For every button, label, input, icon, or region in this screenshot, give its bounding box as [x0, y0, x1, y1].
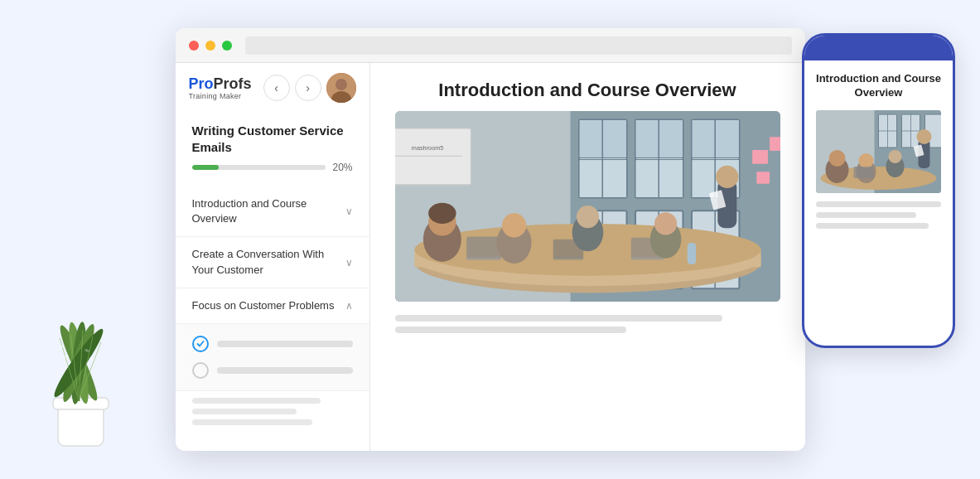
course-title: Writing Customer Service Emails [176, 109, 369, 162]
svg-point-83 [829, 150, 846, 167]
placeholder-line [192, 419, 313, 425]
progress-bar [192, 165, 326, 170]
close-dot[interactable] [189, 41, 199, 51]
svg-text:mashroom5: mashroom5 [411, 144, 443, 152]
svg-rect-54 [466, 257, 501, 260]
placeholder-line [192, 409, 297, 414]
svg-point-89 [917, 129, 932, 144]
logo: ProProfs Training Maker [189, 75, 252, 100]
course-image: mashroom5 [395, 111, 780, 302]
svg-rect-53 [466, 237, 501, 259]
user-avatar[interactable] [326, 73, 356, 103]
svg-point-85 [859, 153, 874, 168]
submenu-line [217, 367, 353, 374]
logo-profs: Profs [214, 75, 252, 93]
menu-item-conversation-label: Create a Conversation With Your Customer [192, 247, 345, 277]
chevron-down-icon: ∨ [345, 206, 353, 217]
svg-rect-43 [752, 150, 768, 164]
minimize-dot[interactable] [205, 41, 215, 51]
chevron-up-icon: ∧ [345, 300, 353, 312]
menu-item-intro[interactable]: Introduction and Course Overview ∨ [176, 186, 369, 237]
phone-content: Introduction and Course Overview [804, 60, 953, 240]
phone-notch [854, 46, 904, 57]
plant-decoration [25, 288, 124, 454]
svg-point-62 [428, 203, 456, 224]
menu-item-problems[interactable]: Focus on Customer Problems ∧ [176, 288, 369, 324]
svg-rect-56 [553, 257, 583, 260]
url-bar[interactable] [245, 36, 792, 55]
content-placeholder [176, 391, 369, 440]
progress-row: 20% [176, 162, 369, 186]
content-bottom [395, 312, 780, 333]
progress-fill [192, 165, 219, 170]
submenu-problems [176, 324, 369, 391]
phone-mockup: Introduction and Course Overview [802, 33, 955, 348]
browser-topbar [176, 28, 805, 63]
browser-body: ProProfs Training Maker ‹ › [176, 63, 805, 451]
svg-point-64 [502, 213, 526, 237]
menu-item-problems-label: Focus on Customer Problems [192, 298, 335, 313]
logo-subtitle: Training Maker [189, 92, 252, 100]
svg-rect-59 [687, 243, 695, 264]
svg-rect-1 [53, 398, 109, 409]
course-menu: Introduction and Course Overview ∨ Creat… [176, 186, 369, 451]
phone-line [816, 223, 929, 229]
check-circle-icon [192, 336, 209, 352]
phone-course-image [816, 110, 941, 193]
submenu-item-1[interactable] [192, 331, 353, 357]
svg-point-18 [336, 79, 347, 90]
svg-rect-0 [58, 404, 104, 446]
back-button[interactable]: ‹ [263, 75, 290, 101]
phone-title: Introduction and Course Overview [816, 72, 941, 100]
browser-window: ProProfs Training Maker ‹ › [176, 28, 805, 451]
forward-button[interactable]: › [295, 75, 321, 101]
bottom-line [395, 327, 626, 333]
submenu-item-2[interactable] [192, 357, 353, 384]
svg-rect-44 [770, 137, 780, 151]
main-title: Introduction and Course Overview [395, 80, 780, 101]
chevron-down-icon: ∨ [345, 257, 353, 269]
bottom-line [395, 315, 722, 322]
svg-point-87 [889, 150, 902, 163]
placeholder-line [192, 398, 321, 404]
svg-point-68 [654, 212, 677, 235]
svg-rect-46 [395, 128, 471, 185]
svg-rect-45 [756, 172, 770, 184]
menu-item-intro-label: Introduction and Course Overview [192, 196, 345, 226]
main-content-area: Introduction and Course Overview [370, 63, 805, 451]
svg-point-66 [576, 206, 598, 228]
svg-point-70 [716, 166, 738, 188]
logo-pro: Pro [189, 75, 214, 93]
sidebar: ProProfs Training Maker ‹ › [176, 63, 370, 451]
svg-rect-58 [630, 257, 664, 260]
svg-rect-91 [854, 167, 874, 178]
progress-label: 20% [332, 162, 352, 173]
phone-top-bar [804, 36, 953, 60]
phone-line [816, 212, 916, 218]
submenu-line [217, 341, 353, 347]
empty-circle-icon [192, 362, 209, 379]
menu-item-conversation[interactable]: Create a Conversation With Your Customer… [176, 237, 369, 288]
phone-line [816, 201, 941, 207]
phone-lines [816, 201, 941, 229]
maximize-dot[interactable] [222, 41, 232, 51]
